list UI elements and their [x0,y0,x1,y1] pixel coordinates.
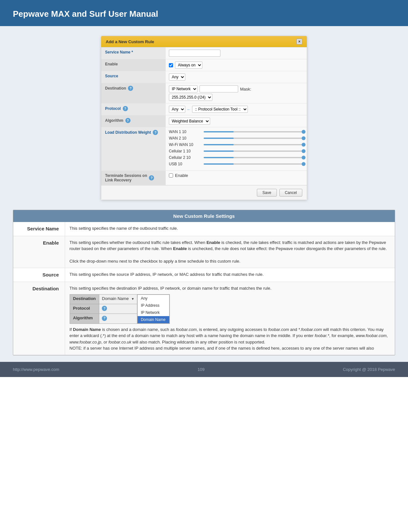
protocol-label: Protocol ? [101,103,166,115]
cellular1-slider-thumb[interactable] [302,149,306,153]
enable-dropdown[interactable]: Always on [175,62,202,69]
settings-destination-desc: This setting specifies the destination I… [65,282,395,355]
destination-ip-input[interactable] [199,85,238,92]
enable-bold-2: Enable [173,246,187,251]
content-area: Add a New Custom Rule × Service Name * E… [0,26,408,362]
wan1-slider-fill [204,131,234,132]
wifi-wan-slider-thumb[interactable] [302,143,306,147]
wifi-wan-slider-container [204,142,304,147]
enable-label: Enable [101,59,166,71]
page-footer: http://www.pepwave.com 109 Copyright @ 2… [0,362,408,377]
settings-service-name-row: Service Name This setting specifies the … [13,222,395,236]
settings-table: Service Name This setting specifies the … [13,222,395,355]
destination-domain-name-selected: Domain Name [102,296,129,301]
enable-checkbox[interactable] [169,63,173,67]
protocol-preview-label: Protocol [70,304,99,314]
algorithm-preview-label: Algorithm [70,314,99,324]
destination-preview-row1: Destination Domain Name ▼ Any IP Address [70,294,170,304]
option-any[interactable]: Any [138,295,169,302]
terminate-sessions-value-cell: Enable [166,171,307,185]
wan1-slider-track [204,131,304,132]
www-foobar-jp-italic: www.foobar.co.jp [70,340,102,344]
settings-enable-label: Enable [13,236,65,268]
cellular2-slider-thumb[interactable] [302,156,306,160]
usb-slider-thumb[interactable] [302,162,306,166]
algorithm-help-icon[interactable]: ? [125,118,131,123]
algorithm-preview-help-icon[interactable]: ? [102,316,107,321]
source-label: Source [101,71,166,83]
wan2-label: WAN 2 10 [169,136,201,140]
footer-page-number: 109 [198,367,205,372]
protocol-label-with-help: Protocol ? [105,106,162,111]
destination-preview-value: Domain Name ▼ [99,294,137,304]
settings-source-desc: This setting specifies the source IP add… [65,268,395,282]
page-title: Pepwave MAX and Surf User Manual [13,9,395,19]
cellular2-label: Cellular 2 10 [169,155,201,160]
cellular1-label: Cellular 1 10 [169,149,201,153]
destination-options-cell: Any IP Address IP Network Domain Name [137,294,170,324]
terminate-sessions-label: Terminate Sessions onLink Recovery ? [101,171,166,185]
cancel-button[interactable]: Cancel [279,189,302,197]
destination-type-row: IP Network Mask: [169,85,304,92]
dialog-title-bar: Add a New Custom Rule × [101,36,307,47]
load-distribution-label-with-help: Load Distribution Weight ? [105,130,162,135]
protocol-preview-help-icon[interactable]: ? [102,306,107,311]
dialog-close-button[interactable]: × [296,39,302,44]
usb-slider-fill [204,163,234,165]
source-value-cell: Any [166,71,307,83]
form-table: Service Name * Enable Always on [101,47,307,185]
wan2-slider-thumb[interactable] [302,136,306,140]
protocol-row: Protocol ? Any ← :: Protocol Selection T… [101,103,307,115]
destination-row: Destination ? IP Network Mask: [101,83,307,103]
protocol-select[interactable]: Any [169,106,185,113]
settings-service-name-desc: This setting specifies the name of the o… [65,222,395,236]
cellular2-weight-item: Cellular 2 10 [169,155,304,160]
service-name-row: Service Name * [101,47,307,59]
settings-service-name-label: Service Name [13,222,65,236]
wan1-slider-thumb[interactable] [302,130,306,134]
algorithm-row: Algorithm ? Weighted Balance [101,115,307,127]
protocol-tool-select[interactable]: :: Protocol Selection Tool :: [192,106,248,113]
load-distribution-row: Load Distribution Weight ? WAN 1 10 [101,127,307,171]
load-distribution-help-icon[interactable]: ? [153,130,158,135]
protocol-help-icon[interactable]: ? [123,106,128,111]
cellular1-slider-track [204,150,304,152]
destination-preview-label: Destination [70,294,99,304]
settings-enable-desc: This setting specifies whether the outbo… [65,236,395,268]
settings-enable-text: Enable [43,240,59,246]
algorithm-label-text: Algorithm [105,118,123,123]
page-header: Pepwave MAX and Surf User Manual [0,0,408,26]
option-domain-name[interactable]: Domain Name [138,316,169,323]
settings-enable-row: Enable This setting specifies whether th… [13,236,395,268]
usb-weight-item: USB 10 [169,162,304,166]
option-ip-address[interactable]: IP Address [138,302,169,309]
settings-destination-row: Destination This setting specifies the d… [13,282,395,355]
wifi-wan-slider-fill [204,144,234,145]
terminate-sessions-help-icon[interactable]: ? [149,175,154,180]
service-name-input[interactable] [169,50,220,57]
terminate-sessions-label-with-help: Terminate Sessions onLink Recovery ? [105,173,162,182]
wifi-wan-weight-item: Wi-Fi WAN 10 [169,142,304,147]
wan1-label: WAN 1 10 [169,130,201,134]
usb-label: USB 10 [169,162,201,166]
settings-source-label: Source [13,268,65,282]
algorithm-preview-value: ? [99,314,137,324]
settings-source-row: Source This setting specifies the source… [13,268,395,282]
terminate-sessions-checkbox[interactable] [169,173,173,178]
source-select[interactable]: Any [169,73,185,81]
foobar-com-italic: foobar.com [176,327,197,332]
load-distribution-label: Load Distribution Weight ? [101,127,166,171]
destination-mask-select[interactable]: 255.255.255.0 (/24) [169,94,212,101]
usb-slider-container [204,162,304,166]
algorithm-select[interactable]: Weighted Balance [169,118,210,125]
wifi-wan-label: Wi-Fi WAN 10 [169,142,201,147]
option-ip-network[interactable]: IP Network [138,309,169,316]
enable-check-row: Always on [169,62,304,69]
destination-intro: This setting specifies the destination I… [70,286,272,291]
save-button[interactable]: Save [257,189,277,197]
dialog-footer: Save Cancel [101,185,307,200]
destination-type-select[interactable]: IP Network [169,85,198,92]
destination-help-icon[interactable]: ? [128,86,133,91]
terminate-sessions-label-text: Terminate Sessions onLink Recovery [105,173,147,182]
load-distribution-value-cell: WAN 1 10 WAN 2 10 [166,127,307,171]
